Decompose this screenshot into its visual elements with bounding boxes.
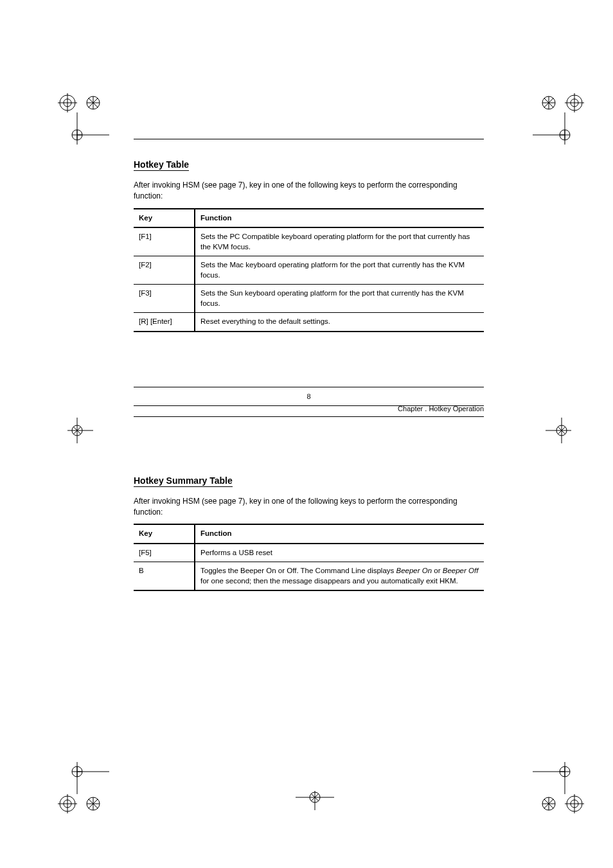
cropmark-mid-left <box>61 418 93 443</box>
section1-intro: After invoking HSM (see page 7), key in … <box>134 180 484 202</box>
cell-key: [F3] <box>134 285 195 313</box>
svg-point-0 <box>60 95 75 111</box>
fn-italic: Beeper On <box>396 567 432 574</box>
cell-fn: Sets the Mac keyboard operating platform… <box>195 256 484 285</box>
svg-point-18 <box>542 96 555 109</box>
cropmark-top-left <box>58 93 109 145</box>
cell-key: B <box>134 562 195 591</box>
page-break: 8 Chapter . Hotkey Operation <box>134 387 484 417</box>
running-head: Chapter . Hotkey Operation <box>134 405 484 412</box>
cropmark-mid-right <box>546 418 578 443</box>
section2-intro: After invoking HSM (see page 7), key in … <box>134 496 484 518</box>
fn-text: or <box>432 567 443 574</box>
svg-point-37 <box>87 797 100 810</box>
svg-line-60 <box>311 793 319 801</box>
svg-line-40 <box>89 799 98 808</box>
table-row: [R] [Enter] Reset everything to the defa… <box>134 313 484 332</box>
svg-line-21 <box>544 98 553 107</box>
svg-point-58 <box>310 792 320 802</box>
cropmark-bottom-right <box>533 762 584 813</box>
svg-point-15 <box>571 99 578 107</box>
cropmark-top-right <box>533 93 584 145</box>
svg-point-34 <box>64 800 71 808</box>
svg-point-25 <box>560 130 570 140</box>
section1-title: Hotkey Table <box>134 159 189 171</box>
cell-fn: Sets the PC Compatible keyboard operatin… <box>195 227 484 256</box>
section2-title: Hotkey Summary Table <box>134 475 233 487</box>
cell-key: [F2] <box>134 256 195 285</box>
svg-point-44 <box>560 766 570 777</box>
svg-line-70 <box>558 427 565 434</box>
svg-line-41 <box>89 799 98 808</box>
svg-point-63 <box>72 425 82 436</box>
cell-fn: Performs a USB reset <box>195 544 484 562</box>
svg-line-22 <box>544 98 553 107</box>
svg-point-33 <box>60 796 75 811</box>
header-rule-3 <box>134 416 484 417</box>
cell-fn: Reset everything to the default settings… <box>195 313 484 332</box>
cell-fn: Sets the Sun keyboard operating platform… <box>195 285 484 313</box>
col-function: Function <box>195 209 484 228</box>
svg-line-65 <box>73 427 81 434</box>
section1-table: Key Function [F1] Sets the PC Compatible… <box>134 208 484 332</box>
table-row: [F2] Sets the Mac keyboard operating pla… <box>134 256 484 285</box>
svg-line-59 <box>311 793 319 801</box>
cell-key: [F1] <box>134 227 195 256</box>
svg-point-48 <box>571 800 578 808</box>
cell-fn: Toggles the Beeper On or Off. The Comman… <box>195 562 484 591</box>
table-row: B Toggles the Beeper On or Off. The Comm… <box>134 562 484 591</box>
cropmark-bottom-center <box>296 784 334 810</box>
table-row: [F5] Performs a USB reset <box>134 544 484 562</box>
col-key: Key <box>134 209 195 228</box>
fn-text: for one second; then the message disappe… <box>200 577 458 585</box>
svg-point-14 <box>567 95 582 111</box>
svg-line-69 <box>558 427 565 434</box>
page-content: Hotkey Table After invoking HSM (see pag… <box>134 139 484 591</box>
table-header-row: Key Function <box>134 524 484 544</box>
table-header-row: Key Function <box>134 209 484 228</box>
table-row: [F3] Sets the Sun keyboard operating pla… <box>134 285 484 313</box>
svg-line-64 <box>73 427 81 434</box>
footer-rule <box>134 387 484 387</box>
svg-point-51 <box>542 797 555 810</box>
svg-line-7 <box>89 98 98 107</box>
svg-point-30 <box>72 766 82 777</box>
cell-key: [F5] <box>134 544 195 562</box>
page-number: 8 <box>134 393 484 400</box>
svg-line-55 <box>544 799 553 808</box>
header-rule <box>134 139 484 139</box>
col-function: Function <box>195 524 484 544</box>
col-key: Key <box>134 524 195 544</box>
svg-point-1 <box>64 99 71 107</box>
svg-line-8 <box>89 98 98 107</box>
section2-table: Key Function [F5] Performs a USB reset B… <box>134 524 484 591</box>
svg-line-54 <box>544 799 553 808</box>
svg-point-68 <box>556 425 567 436</box>
fn-italic: Beeper Off <box>443 567 479 574</box>
table-row: [F1] Sets the PC Compatible keyboard ope… <box>134 227 484 256</box>
fn-text: Toggles the Beeper On or Off. The Comman… <box>200 567 396 574</box>
svg-point-11 <box>72 130 82 140</box>
cropmark-bottom-left <box>58 762 109 813</box>
svg-point-47 <box>567 796 582 811</box>
cell-key: [R] [Enter] <box>134 313 195 332</box>
svg-point-4 <box>87 96 100 109</box>
